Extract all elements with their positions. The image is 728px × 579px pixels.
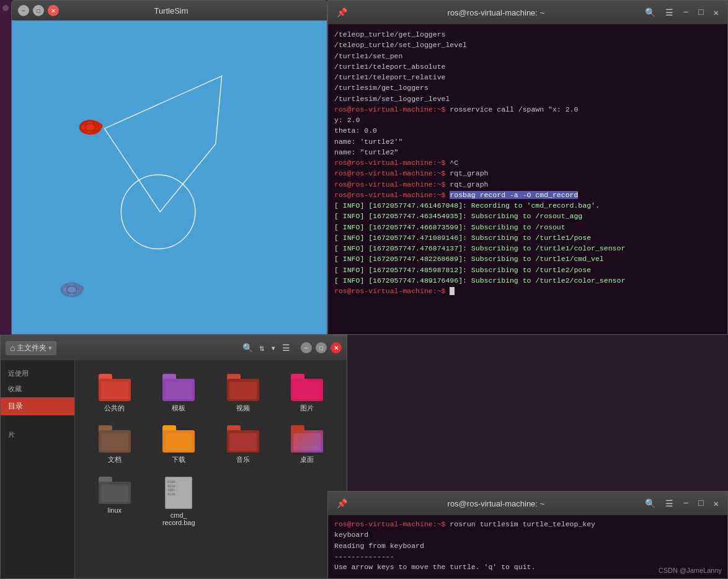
fm-item-linux[interactable]: linux — [85, 473, 144, 530]
sidebar-dot — [2, 5, 9, 11]
fm-folder-downloads-icon — [162, 425, 195, 453]
fm-item-music[interactable]: 音乐 — [213, 422, 273, 468]
fm-sidebar: 近使用 收藏 目录 片 — [1, 360, 75, 578]
term-line-9: y: 2.0 — [334, 115, 721, 125]
fm-folder-documents-icon — [99, 425, 131, 453]
fm-file-bag-icon: 0100001010010110 — [165, 477, 192, 509]
fm-search-icon[interactable]: 🔍 — [241, 341, 255, 355]
turtlesim-window-controls: − □ ✕ — [18, 5, 59, 16]
terminal-pin-icon[interactable]: 📌 — [334, 6, 350, 19]
turtlesim-canvas — [12, 20, 327, 334]
term-line-15: ros@ros-virtual-machine:~$ rqt_graph — [334, 179, 721, 190]
turtlesim-minimize-button[interactable]: − — [18, 5, 29, 16]
terminal-main-right-icons: 🔍 ☰ − □ ✕ — [642, 6, 721, 19]
watermark: CSDN @JameLanny — [659, 567, 722, 574]
fm-sidebar-item-directory[interactable]: 目录 — [1, 397, 74, 415]
terminal-close-icon[interactable]: ✕ — [711, 6, 721, 19]
turtlesim-close-button[interactable]: ✕ — [48, 5, 59, 16]
term-line-info-8: [ INFO] [1672057747.489176496]: Subscrib… — [334, 275, 721, 286]
fm-content-area: 公共的 模板 视频 — [75, 360, 347, 578]
fm-view-icon[interactable]: ☰ — [280, 341, 292, 355]
fm-filter-icon[interactable]: ▾ — [269, 341, 278, 355]
fm-sidebar-section-recent: 近使用 — [1, 366, 74, 381]
terminal-bottom-right-icons: 🔍 ☰ − □ ✕ — [642, 497, 721, 510]
turtlesim-window: − □ ✕ TurtleSim — [11, 0, 327, 335]
term-line-10: theta: 0.0 — [334, 125, 721, 136]
fm-minimize-button[interactable]: − — [301, 342, 312, 353]
fm-sort-icon[interactable]: ⇅ — [257, 341, 266, 355]
turtle1-sprite — [79, 120, 103, 135]
fm-item-desktop[interactable]: 桌面 — [278, 422, 337, 468]
fm-close-button[interactable]: ✕ — [331, 342, 342, 353]
turtle2-sprite — [61, 282, 84, 297]
term-line-info-5: [ INFO] [1672057747.476874137]: Subscrib… — [334, 243, 721, 254]
term-line-1: /teleop_turtle/get_loggers — [334, 29, 721, 40]
term-line-13: ros@ros-virtual-machine:~$ ^C — [334, 157, 721, 168]
fm-maximize-button[interactable]: □ — [316, 342, 327, 353]
fm-item-public[interactable]: 公共的 — [85, 370, 144, 417]
terminal-bottom-title: ros@ros-virtual-machine: ~ — [350, 499, 642, 508]
fm-home-icon: ⌂ — [10, 343, 15, 353]
fm-window-controls: − □ ✕ — [301, 342, 342, 353]
terminal-bottom-window: 📌 ros@ros-virtual-machine: ~ 🔍 ☰ − □ ✕ r… — [327, 491, 728, 579]
terminal-menu-icon[interactable]: ☰ — [663, 6, 676, 19]
fm-folder-linux-icon — [99, 477, 131, 504]
terminal-main-titlebar: 📌 ros@ros-virtual-machine: ~ 🔍 ☰ − □ ✕ — [328, 1, 727, 24]
terminal-bottom-titlebar: 📌 ros@ros-virtual-machine: ~ 🔍 ☰ − □ ✕ — [328, 492, 727, 515]
fm-home-button[interactable]: ⌂ 主文件夹 ▾ — [6, 341, 56, 355]
fm-item-videos-label: 视频 — [236, 404, 250, 413]
terminal-search-icon[interactable]: 🔍 — [642, 6, 658, 19]
fm-item-bag-file[interactable]: 0100001010010110 cmd_record.bag — [149, 473, 209, 530]
fm-item-downloads[interactable]: 下载 — [149, 422, 209, 468]
term-line-3: /turtle1/set_pen — [334, 51, 721, 61]
fm-item-downloads-label: 下载 — [172, 455, 185, 464]
fm-sidebar-section-bookmarks: 收藏 — [1, 382, 74, 396]
fm-item-pictures[interactable]: 图片 — [278, 370, 337, 417]
fm-body: 近使用 收藏 目录 片 公共的 — [1, 360, 347, 578]
terminal-bottom-left-icons: 📌 — [334, 497, 350, 510]
terminal-main-content: /teleop_turtle/get_loggers /teleop_turtl… — [328, 24, 727, 334]
terminal-main-left-icons: 📌 — [334, 6, 350, 19]
term-bottom-line-2: keyboard — [334, 529, 721, 540]
fm-folder-public-icon — [99, 374, 131, 401]
svg-point-0 — [121, 175, 195, 249]
turtlesim-maximize-button[interactable]: □ — [33, 5, 44, 16]
fm-item-music-label: 音乐 — [236, 455, 250, 464]
term-line-5: /turtle1/teleport_relative — [334, 72, 721, 82]
fm-chevron-icon: ▾ — [48, 344, 52, 352]
terminal-bottom-maximize-icon[interactable]: □ — [696, 497, 706, 510]
fm-item-public-label: 公共的 — [104, 404, 125, 413]
file-manager-titlebar: ⌂ 主文件夹 ▾ 🔍 ⇅ ▾ ☰ − □ ✕ — [1, 335, 347, 360]
fm-path-label: 主文件夹 — [17, 343, 47, 353]
terminal-bottom-menu-icon[interactable]: ☰ — [663, 497, 676, 510]
fm-sidebar-section-empty1 — [1, 415, 74, 420]
term-line-14: ros@ros-virtual-machine:~$ rqt_graph — [334, 168, 721, 179]
term-line-info-6: [ INFO] [1672057747.482268689]: Subscrib… — [334, 254, 721, 264]
terminal-maximize-icon[interactable]: □ — [696, 6, 706, 19]
file-manager-window: ⌂ 主文件夹 ▾ 🔍 ⇅ ▾ ☰ − □ ✕ 近使用 收藏 目录 片 — [0, 335, 347, 579]
fm-item-documents-label: 文档 — [108, 455, 122, 464]
fm-item-linux-label: linux — [107, 506, 122, 514]
term-line-7: /turtlesim/set_logger_level — [334, 94, 721, 104]
fm-toolbar-icons: 🔍 ⇅ ▾ ☰ — [241, 341, 292, 355]
fm-item-pictures-label: 图片 — [300, 404, 314, 413]
term-line-8: ros@ros-virtual-machine:~$ rosservice ca… — [334, 104, 721, 115]
terminal-bottom-search-icon[interactable]: 🔍 — [642, 497, 658, 510]
terminal-bottom-pin-icon[interactable]: 📌 — [334, 497, 350, 510]
fm-folder-videos-icon — [227, 374, 259, 401]
term-line-info-3: [ INFO] [1672057747.466873599]: Subscrib… — [334, 222, 721, 232]
term-line-info-1: [ INFO] [1672057747.461467048]: Recordin… — [334, 200, 721, 211]
term-bottom-line-4: -------------- — [334, 551, 721, 562]
turtle-drawing-svg — [12, 20, 327, 334]
terminal-bottom-close-icon[interactable]: ✕ — [711, 497, 721, 510]
fm-item-documents[interactable]: 文档 — [85, 422, 144, 468]
terminal-bottom-minimize-icon[interactable]: − — [681, 497, 691, 510]
fm-item-bag-file-label: cmd_record.bag — [162, 511, 195, 526]
fm-item-templates-label: 模板 — [172, 404, 185, 413]
term-bottom-line-3: Reading from keyboard — [334, 541, 721, 551]
fm-item-templates[interactable]: 模板 — [149, 370, 209, 417]
fm-item-videos[interactable]: 视频 — [213, 370, 273, 417]
terminal-main-title: ros@ros-virtual-machine: ~ — [350, 8, 642, 17]
term-line-6: /turtlesim/get_loggers — [334, 82, 721, 93]
terminal-minimize-icon[interactable]: − — [681, 6, 691, 19]
